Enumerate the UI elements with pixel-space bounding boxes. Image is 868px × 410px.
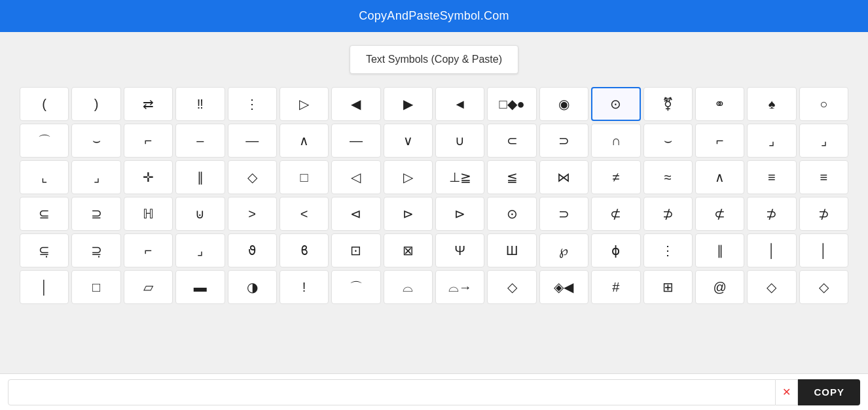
symbol-cell[interactable]: ⌐ bbox=[124, 233, 173, 267]
symbol-cell[interactable]: ⌐ bbox=[124, 124, 173, 158]
page-content: Text Symbols (Copy & Paste) ()⇄‼⋮▷◀▶◄□◆●… bbox=[0, 32, 868, 321]
copy-input[interactable] bbox=[8, 379, 776, 405]
symbol-cell[interactable]: ⊇ bbox=[71, 197, 120, 231]
symbol-cell[interactable]: – bbox=[175, 124, 225, 158]
symbol-cell[interactable]: ⌟ bbox=[799, 124, 848, 158]
symbol-cell[interactable]: ϕ bbox=[591, 233, 640, 267]
symbol-cell[interactable]: ◇ bbox=[228, 160, 277, 194]
symbol-cell[interactable]: ⊲ bbox=[331, 197, 380, 231]
symbol-cell[interactable]: ∨ bbox=[384, 124, 433, 158]
symbol-cell[interactable]: ⊇̣ bbox=[71, 233, 120, 267]
symbol-cell[interactable]: ) bbox=[71, 87, 120, 121]
symbol-cell[interactable]: ⌐ bbox=[695, 124, 744, 158]
symbol-cell[interactable]: ⋈ bbox=[539, 160, 588, 194]
symbol-cell[interactable]: ⊃ bbox=[539, 197, 588, 231]
symbol-cell[interactable]: ◀ bbox=[331, 87, 380, 121]
symbol-cell[interactable]: ⊅ bbox=[747, 197, 796, 231]
symbol-cell[interactable]: ◁ bbox=[331, 160, 380, 194]
symbol-cell[interactable]: < bbox=[280, 197, 329, 231]
symbol-cell[interactable]: ≡ bbox=[747, 160, 796, 194]
symbol-cell[interactable]: ◇ bbox=[799, 270, 848, 304]
symbol-cell[interactable]: ◑ bbox=[228, 270, 277, 304]
copy-button[interactable]: COPY bbox=[798, 379, 860, 405]
symbol-cell[interactable]: ⊞ bbox=[643, 270, 693, 304]
symbol-cell[interactable]: ⊅ bbox=[799, 197, 848, 231]
symbol-cell[interactable]: ⊆̣ bbox=[20, 233, 69, 267]
symbol-cell[interactable]: ⌓→ bbox=[435, 270, 484, 304]
symbol-cell[interactable]: ▷ bbox=[280, 87, 329, 121]
symbol-cell[interactable]: ⊄ bbox=[695, 197, 744, 231]
symbol-cell[interactable]: ◈◀ bbox=[539, 270, 588, 304]
symbol-cell[interactable]: ⊙ bbox=[487, 197, 536, 231]
symbol-cell[interactable]: ⊥≧ bbox=[435, 160, 484, 194]
symbol-cell[interactable]: ◉ bbox=[539, 87, 588, 121]
symbol-cell[interactable]: ≠ bbox=[591, 160, 640, 194]
symbol-cell[interactable]: Ψ bbox=[435, 233, 484, 267]
symbol-cell[interactable]: ⊅ bbox=[643, 197, 693, 231]
symbol-cell[interactable]: ⊡ bbox=[331, 233, 380, 267]
symbol-cell[interactable]: ( bbox=[20, 87, 69, 121]
symbol-cell[interactable]: ⌓ bbox=[384, 270, 433, 304]
clear-button[interactable]: ✕ bbox=[776, 379, 798, 405]
symbol-cell[interactable]: ▶ bbox=[384, 87, 433, 121]
symbol-cell[interactable]: ◇ bbox=[487, 270, 536, 304]
symbol-cell[interactable]: ⊂ bbox=[487, 124, 536, 158]
symbol-cell[interactable]: ⌒ bbox=[331, 270, 380, 304]
symbol-cell[interactable]: — bbox=[228, 124, 277, 158]
symbol-cell[interactable]: ℘ bbox=[539, 233, 588, 267]
symbol-cell[interactable]: ≡ bbox=[799, 160, 848, 194]
symbol-cell[interactable]: ℍ bbox=[124, 197, 173, 231]
symbol-cell[interactable]: ⊠ bbox=[384, 233, 433, 267]
symbol-cell[interactable]: │ bbox=[20, 270, 69, 304]
symbol-cell[interactable]: ⌟ bbox=[175, 233, 225, 267]
symbol-cell[interactable]: │ bbox=[799, 233, 848, 267]
symbol-cell[interactable]: ⌞ bbox=[20, 160, 69, 194]
symbol-cell[interactable]: Ш bbox=[487, 233, 536, 267]
symbol-cell[interactable]: ⌟ bbox=[71, 160, 120, 194]
symbol-cell[interactable]: @ bbox=[695, 270, 744, 304]
symbol-cell[interactable]: ⊙ bbox=[591, 87, 640, 121]
symbol-cell[interactable]: ⇄ bbox=[124, 87, 173, 121]
symbol-cell[interactable]: ♠ bbox=[747, 87, 796, 121]
symbol-cell[interactable]: ⋮ bbox=[643, 233, 693, 267]
symbol-cell[interactable]: ≈ bbox=[643, 160, 693, 194]
symbol-cell[interactable]: ⚧ bbox=[643, 87, 693, 121]
symbol-cell[interactable]: ! bbox=[280, 270, 329, 304]
symbol-cell[interactable]: ∧ bbox=[280, 124, 329, 158]
symbol-cell[interactable]: ⊄ bbox=[591, 197, 640, 231]
symbol-cell[interactable]: > bbox=[228, 197, 277, 231]
symbol-cell[interactable]: ∧ bbox=[695, 160, 744, 194]
symbol-cell[interactable]: ⋮ bbox=[228, 87, 277, 121]
symbol-cell[interactable]: ✛ bbox=[124, 160, 173, 194]
symbol-cell[interactable]: □ bbox=[71, 270, 120, 304]
symbol-cell[interactable]: ⊆ bbox=[20, 197, 69, 231]
symbol-cell[interactable]: ⊃ bbox=[539, 124, 588, 158]
symbol-cell[interactable]: ⊳ bbox=[435, 197, 484, 231]
symbol-cell[interactable]: ∥ bbox=[175, 160, 225, 194]
symbol-cell[interactable]: ∪ bbox=[435, 124, 484, 158]
symbol-cell[interactable]: ⌣ bbox=[71, 124, 120, 158]
symbol-cell[interactable]: □◆● bbox=[487, 87, 536, 121]
symbol-cell[interactable]: │ bbox=[747, 233, 796, 267]
symbol-cell[interactable]: □ bbox=[280, 160, 329, 194]
symbol-cell[interactable]: ⌣ bbox=[643, 124, 693, 158]
symbol-cell[interactable]: ⊍ bbox=[175, 197, 225, 231]
symbol-cell[interactable]: ∩ bbox=[591, 124, 640, 158]
symbol-cell[interactable]: ϑ bbox=[228, 233, 277, 267]
symbol-cell[interactable]: ⌟ bbox=[747, 124, 796, 158]
symbol-cell[interactable]: ⊳ bbox=[384, 197, 433, 231]
symbol-cell[interactable]: ⚭ bbox=[695, 87, 744, 121]
symbol-cell[interactable]: — bbox=[331, 124, 380, 158]
symbol-cell[interactable]: # bbox=[591, 270, 640, 304]
symbol-cell[interactable]: ◄ bbox=[435, 87, 484, 121]
symbol-cell[interactable]: ▬ bbox=[175, 270, 225, 304]
symbol-cell[interactable]: ϐ bbox=[280, 233, 329, 267]
symbol-cell[interactable]: ≦ bbox=[487, 160, 536, 194]
symbol-cell[interactable]: ○ bbox=[799, 87, 848, 121]
symbol-cell[interactable]: ▱ bbox=[124, 270, 173, 304]
symbol-cell[interactable]: ∥ bbox=[695, 233, 744, 267]
symbol-cell[interactable]: ‼ bbox=[175, 87, 225, 121]
symbol-cell[interactable]: ▷ bbox=[384, 160, 433, 194]
symbol-cell[interactable]: ⌒ bbox=[20, 124, 69, 158]
symbol-cell[interactable]: ◇ bbox=[747, 270, 796, 304]
